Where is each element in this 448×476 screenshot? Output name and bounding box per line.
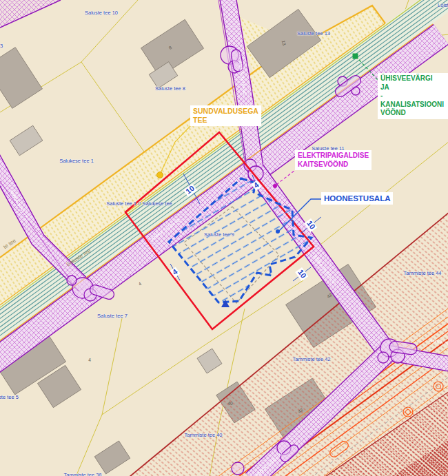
water-connection-point — [353, 54, 358, 59]
map-drawing — [0, 0, 448, 476]
map-canvas[interactable]: SUNDVALDUSEGA TEE ÜHISVEEVÄRGI JA -KANAL… — [0, 0, 448, 476]
